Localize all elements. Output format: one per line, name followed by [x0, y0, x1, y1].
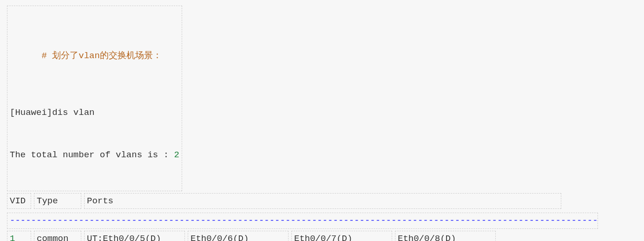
cli-line-2-prefix: The total number of vlans is :	[10, 150, 174, 160]
comment-line: # 划分了vlan的交换机场景：	[10, 35, 179, 77]
comment-and-output-block: # 划分了vlan的交换机场景： [Huawei]dis vlan The to…	[7, 6, 182, 191]
comment-text: 划分了vlan的交换机场景：	[52, 51, 162, 61]
separator-line: ----------------------------------------…	[7, 213, 598, 228]
vlan1-type: common	[34, 231, 81, 241]
header-ports: Ports	[84, 193, 561, 209]
vlan1-port: UT:Eth0/0/5(D)	[84, 231, 185, 241]
table-header-row: VID Type Ports	[6, 192, 638, 210]
code-block: # 划分了vlan的交换机场景： [Huawei]dis vlan The to…	[0, 0, 644, 241]
header-vid: VID	[7, 193, 31, 209]
vlan1-port: Eth0/0/6(D)	[188, 231, 289, 241]
header-type: Type	[34, 193, 81, 209]
vlan1-port: Eth0/0/7(D)	[291, 231, 392, 241]
vlan1-vid: 1	[7, 231, 31, 241]
comment-hash: #	[41, 51, 52, 61]
cli-line-2: The total number of vlans is : 2	[10, 148, 179, 162]
vlan1-port: Eth0/0/8(D)	[395, 231, 496, 241]
cli-line-2-number: 2	[174, 150, 179, 160]
vlan1-row-1: 1 common UT:Eth0/0/5(D) Eth0/0/6(D) Eth0…	[6, 230, 638, 241]
cli-line-1: [Huawei]dis vlan	[10, 106, 179, 120]
